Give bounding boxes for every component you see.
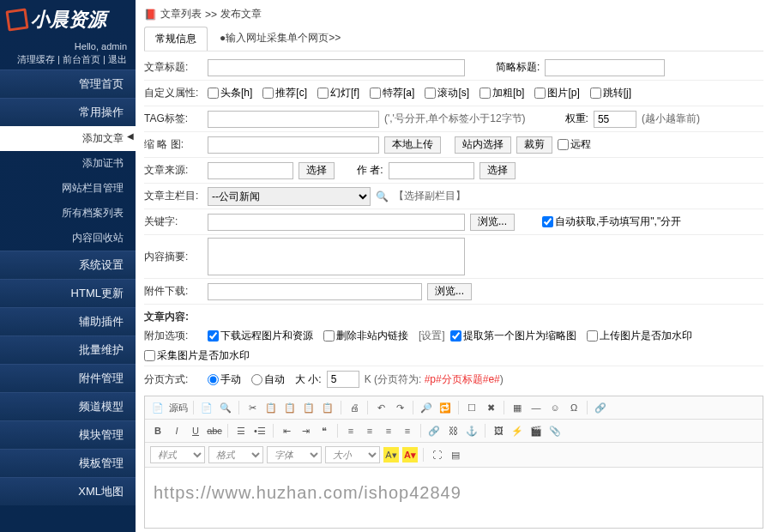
menu-batch[interactable]: 批量维护 (0, 336, 136, 364)
file-icon[interactable]: 📎 (547, 423, 563, 438)
menu-common[interactable]: 常用操作 (0, 98, 136, 126)
link2-icon[interactable]: 🔗 (426, 423, 442, 438)
input-tag[interactable] (208, 111, 379, 128)
select-category[interactable]: --公司新闻 (208, 187, 371, 206)
btn-local-upload[interactable]: 本地上传 (384, 136, 441, 154)
chk-remote[interactable]: 远程 (558, 137, 591, 152)
source-icon[interactable]: 📄 (150, 400, 166, 415)
btn-site-select[interactable]: 站内选择 (455, 136, 511, 154)
bgcolor-icon[interactable]: A▾ (402, 447, 418, 462)
chk-jump[interactable]: 跳转[j] (590, 86, 631, 100)
menu-attach[interactable]: 附件管理 (0, 364, 136, 392)
paste-icon[interactable]: 📋 (282, 400, 298, 415)
align-justify-icon[interactable]: ≡ (400, 423, 415, 438)
btn-dl-browse[interactable]: 浏览... (427, 283, 472, 300)
underline-icon[interactable]: U (188, 423, 203, 438)
link-frontend[interactable]: 前台首页 (63, 54, 100, 64)
blocks-icon[interactable]: ▤ (448, 447, 463, 462)
paste-word-icon[interactable]: 📋 (320, 400, 335, 415)
chk-scroll[interactable]: 滚动[s] (425, 86, 469, 100)
menu-item-archives[interactable]: 所有档案列表 (0, 201, 136, 226)
italic-icon[interactable]: I (169, 423, 184, 438)
textarea-summary[interactable] (208, 238, 465, 275)
chk-extract-thumb[interactable]: 提取第一个图片为缩略图 (450, 329, 576, 343)
ol-icon[interactable]: ☰ (233, 423, 249, 438)
chk-download-remote[interactable]: 下载远程图片和资源 (208, 329, 313, 343)
btn-kw-browse[interactable]: 浏览... (470, 214, 515, 231)
new-icon[interactable]: 📄 (199, 400, 214, 415)
menu-xml[interactable]: XML地图 (0, 477, 136, 505)
tab-scrape[interactable]: ●输入网址采集单个网页>> (213, 27, 347, 51)
menu-system[interactable]: 系统设置 (0, 251, 136, 279)
input-pagesize[interactable] (327, 371, 359, 388)
input-shorttitle[interactable] (545, 59, 665, 76)
chk-remove-external[interactable]: 删除非站内链接 (323, 329, 408, 343)
link-subcat[interactable]: 【选择副栏目】 (394, 189, 466, 203)
btn-source[interactable]: 源码 (169, 402, 188, 414)
input-author[interactable] (389, 162, 474, 179)
align-center-icon[interactable]: ≡ (362, 423, 377, 438)
menu-home[interactable]: 管理首页 (0, 70, 136, 98)
menu-template[interactable]: 模板管理 (0, 449, 136, 477)
sel-size[interactable]: 大小 (325, 446, 380, 463)
link-logout[interactable]: 退出 (108, 54, 127, 64)
emoji-icon[interactable]: ☺ (547, 400, 563, 415)
anchor-icon[interactable]: ⚓ (464, 423, 479, 438)
outdent-icon[interactable]: ⇤ (279, 423, 294, 438)
menu-item-columns[interactable]: 网站栏目管理 (0, 176, 136, 201)
selectall-icon[interactable]: ☐ (464, 400, 479, 415)
char-icon[interactable]: Ω (566, 400, 582, 415)
menu-channel[interactable]: 频道模型 (0, 392, 136, 420)
chk-upload-watermark[interactable]: 上传图片是否加水印 (587, 329, 692, 343)
tab-general[interactable]: 常规信息 (144, 27, 208, 51)
menu-item-recycle[interactable]: 内容回收站 (0, 226, 136, 251)
menu-plugin[interactable]: 辅助插件 (0, 307, 136, 336)
maximize-icon[interactable]: ⛶ (429, 447, 444, 462)
link-ext-setting[interactable]: [设置] (419, 329, 445, 343)
btn-crop[interactable]: 裁剪 (516, 136, 552, 154)
copy-icon[interactable]: 📋 (263, 400, 279, 415)
input-title[interactable] (208, 59, 465, 76)
crumb-list[interactable]: 文章列表 (160, 7, 202, 21)
menu-html[interactable]: HTML更新 (0, 279, 136, 307)
redo-icon[interactable]: ↷ (392, 400, 407, 415)
chk-kw-auto[interactable]: 自动获取,手动填写用","分开 (542, 215, 681, 229)
chk-image[interactable]: 图片[p] (534, 86, 579, 100)
align-right-icon[interactable]: ≡ (381, 423, 396, 438)
cut-icon[interactable]: ✂ (244, 400, 260, 415)
hr-icon[interactable]: — (528, 400, 544, 415)
preview-icon[interactable]: 🔍 (218, 400, 233, 415)
radio-auto[interactable]: 自动 (251, 372, 285, 387)
chk-bold[interactable]: 加粗[b] (479, 86, 524, 100)
indent-icon[interactable]: ⇥ (298, 423, 313, 438)
paste-text-icon[interactable]: 📋 (301, 400, 317, 415)
bold-icon[interactable]: B (150, 423, 166, 438)
removeformat-icon[interactable]: ✖ (483, 400, 498, 415)
textcolor-icon[interactable]: A▾ (383, 447, 399, 462)
input-download[interactable] (208, 283, 422, 300)
menu-item-add-article[interactable]: 添加文章 (0, 126, 136, 151)
sel-style[interactable]: 样式 (150, 446, 205, 463)
quote-icon[interactable]: ❝ (317, 423, 332, 438)
link-icon[interactable]: 🔗 (593, 400, 608, 415)
find-icon[interactable]: 🔎 (419, 400, 434, 415)
chk-collect-watermark[interactable]: 采集图片是否加水印 (144, 348, 250, 363)
chk-recommend[interactable]: 推荐[c] (262, 86, 307, 100)
input-source[interactable] (208, 162, 293, 179)
image-icon[interactable]: 🖼 (491, 423, 506, 438)
btn-author-pick[interactable]: 选择 (479, 162, 516, 179)
chk-slide[interactable]: 幻灯[f] (317, 86, 359, 100)
table-icon[interactable]: ▦ (510, 400, 525, 415)
strike-icon[interactable]: abc (207, 423, 222, 438)
magnifier-icon[interactable]: 🔍 (376, 190, 389, 203)
menu-module[interactable]: 模块管理 (0, 420, 136, 449)
radio-manual[interactable]: 手动 (208, 372, 241, 387)
menu-item-add-cert[interactable]: 添加证书 (0, 151, 136, 176)
input-weight[interactable] (594, 111, 636, 128)
chk-special[interactable]: 特荐[a] (370, 86, 414, 100)
flash-icon[interactable]: ⚡ (510, 423, 525, 438)
btn-source-pick[interactable]: 选择 (299, 162, 335, 179)
sel-format[interactable]: 格式 (208, 446, 263, 463)
ul-icon[interactable]: •☰ (252, 423, 268, 438)
print-icon[interactable]: 🖨 (347, 400, 362, 415)
